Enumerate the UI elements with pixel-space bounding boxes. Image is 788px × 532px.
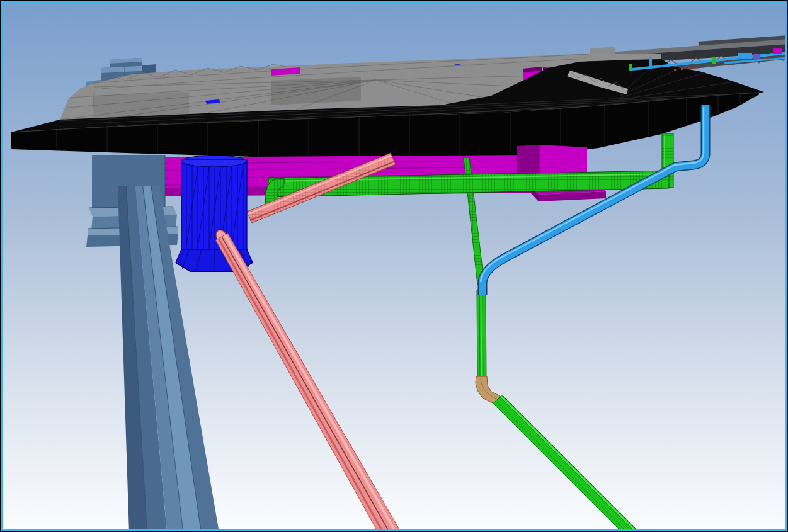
walkway-green-post [629,64,632,71]
model-scene[interactable] [0,0,788,532]
walkway-blue-box [738,53,752,59]
bearing-cylinder[interactable] [176,156,253,271]
walkway-magenta-bit [773,48,782,54]
cad-viewport[interactable] [0,0,788,532]
